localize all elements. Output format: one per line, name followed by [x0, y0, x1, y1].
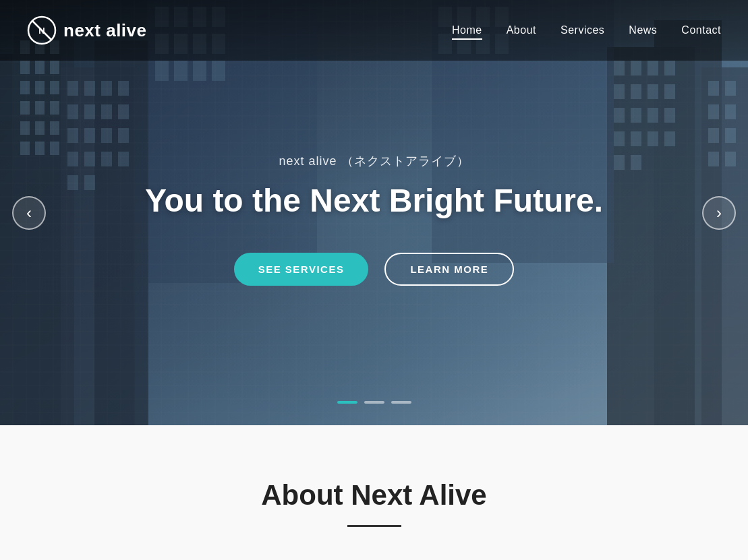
nav-link-about[interactable]: About	[507, 24, 536, 36]
nav-item-about[interactable]: About	[507, 24, 536, 36]
slider-next-button[interactable]: ›	[702, 196, 736, 230]
nav-link-home[interactable]: Home	[452, 24, 482, 40]
nav-item-home[interactable]: Home	[452, 24, 482, 36]
hero-buttons: SEE SERVICES LEARN MORE	[145, 253, 603, 286]
hero-subtitle: next alive （ネクストアライブ）	[145, 153, 603, 169]
nav-link-contact[interactable]: Contact	[681, 24, 721, 36]
about-title: About Next Alive	[27, 479, 721, 511]
about-section: About Next Alive	[0, 425, 748, 560]
slider-dot-2[interactable]	[364, 401, 384, 404]
hero-section: N next alive Home About Services News Co…	[0, 0, 748, 425]
slider-dot-1[interactable]	[337, 401, 357, 404]
chevron-right-icon: ›	[716, 205, 722, 221]
chevron-left-icon: ‹	[26, 205, 32, 221]
nav-link-services[interactable]: Services	[560, 24, 604, 36]
nav-links: Home About Services News Contact	[452, 24, 721, 36]
logo-area[interactable]: N next alive	[27, 15, 147, 45]
nav-item-contact[interactable]: Contact	[681, 24, 721, 36]
hero-content: next alive （ネクストアライブ） You to the Next Br…	[118, 153, 630, 286]
logo-icon: N	[27, 15, 57, 45]
svg-text:N: N	[38, 26, 45, 36]
learn-more-button[interactable]: LEARN MORE	[384, 253, 514, 286]
see-services-button[interactable]: SEE SERVICES	[234, 253, 369, 286]
navbar: N next alive Home About Services News Co…	[0, 0, 748, 61]
slider-dot-3[interactable]	[391, 401, 411, 404]
nav-item-services[interactable]: Services	[560, 24, 604, 36]
slider-dots	[337, 401, 411, 404]
nav-link-news[interactable]: News	[629, 24, 657, 36]
about-divider	[347, 525, 401, 527]
slider-prev-button[interactable]: ‹	[12, 196, 46, 230]
hero-title: You to the Next Bright Future.	[145, 181, 603, 220]
nav-item-news[interactable]: News	[629, 24, 657, 36]
logo-text: next alive	[63, 20, 147, 41]
